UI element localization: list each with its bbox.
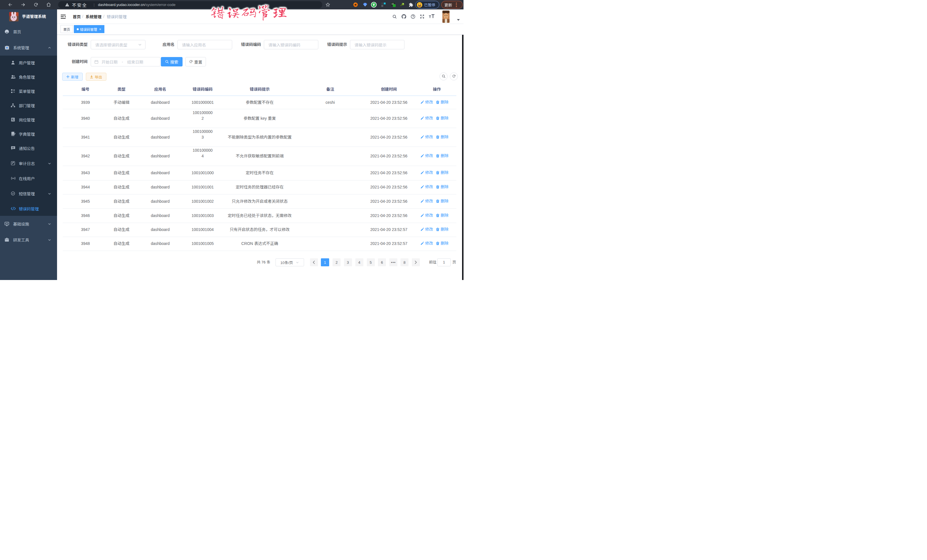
svg-text:on: on	[393, 5, 396, 6]
